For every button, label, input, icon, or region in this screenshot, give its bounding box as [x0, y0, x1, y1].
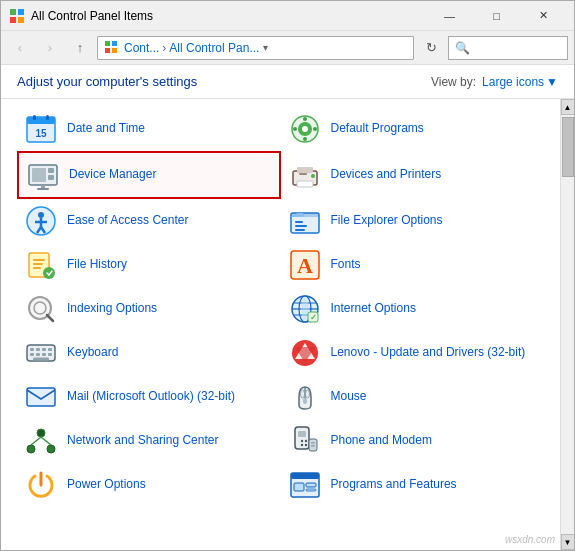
maximize-button[interactable]: □ [474, 1, 519, 31]
mail-label: Mail (Microsoft Outlook) (32-bit) [67, 389, 235, 405]
devices-printers-label: Devices and Printers [331, 167, 442, 183]
list-item[interactable]: Devices and Printers [281, 151, 545, 199]
back-button[interactable]: ‹ [7, 35, 33, 61]
svg-rect-65 [36, 353, 40, 356]
list-item[interactable]: 15 Date and Time [17, 107, 281, 151]
svg-rect-24 [41, 185, 45, 188]
page-title: Adjust your computer's settings [17, 74, 197, 89]
list-item[interactable]: Power Options [17, 463, 281, 507]
svg-rect-45 [33, 267, 41, 269]
scrollbar-up-button[interactable]: ▲ [561, 99, 575, 115]
list-item[interactable]: Ease of Access Center [17, 199, 281, 243]
svg-point-83 [300, 444, 302, 446]
svg-rect-27 [297, 167, 313, 173]
list-item[interactable]: A Fonts [281, 243, 545, 287]
svg-rect-21 [32, 168, 46, 182]
content-area: Adjust your computer's settings View by:… [1, 65, 574, 550]
svg-rect-90 [291, 473, 319, 479]
main-panel: Adjust your computer's settings View by:… [1, 65, 574, 550]
svg-rect-0 [10, 9, 16, 15]
file-history-icon [25, 249, 57, 281]
search-icon: 🔍 [455, 41, 470, 55]
file-explorer-label: File Explorer Options [331, 213, 443, 229]
phone-modem-icon [289, 425, 321, 457]
svg-point-82 [300, 440, 302, 442]
svg-rect-7 [112, 48, 117, 53]
list-item[interactable]: Indexing Options [17, 287, 281, 331]
svg-rect-88 [311, 445, 315, 447]
scrollbar-down-button[interactable]: ▼ [561, 534, 575, 550]
breadcrumb-item-1[interactable]: Cont... [124, 41, 159, 55]
forward-button[interactable]: › [37, 35, 63, 61]
phone-modem-label: Phone and Modem [331, 433, 432, 449]
internet-options-label: Internet Options [331, 301, 416, 317]
svg-rect-44 [33, 263, 43, 265]
programs-features-icon [289, 469, 321, 501]
list-item[interactable]: Lenovo - Update and Drivers (32-bit) [281, 331, 545, 375]
svg-point-18 [293, 127, 297, 131]
svg-point-84 [304, 440, 306, 442]
svg-rect-92 [306, 483, 316, 487]
svg-rect-10 [33, 115, 36, 120]
lenovo-label: Lenovo - Update and Drivers (32-bit) [331, 345, 526, 361]
view-by-arrow-icon: ▼ [546, 75, 558, 89]
svg-rect-30 [299, 173, 307, 175]
svg-point-32 [38, 212, 44, 218]
svg-rect-40 [295, 225, 307, 227]
svg-rect-66 [42, 353, 46, 356]
list-item[interactable]: ✓ Internet Options [281, 287, 545, 331]
svg-line-78 [31, 437, 41, 445]
svg-rect-67 [48, 353, 52, 356]
list-item[interactable]: Programs and Features [281, 463, 545, 507]
up-button[interactable]: ↑ [67, 35, 93, 61]
default-programs-icon [289, 113, 321, 145]
list-item[interactable]: Network and Sharing Center [17, 419, 281, 463]
mail-icon [25, 381, 57, 413]
fonts-label: Fonts [331, 257, 361, 273]
minimize-button[interactable]: — [427, 1, 472, 31]
svg-point-29 [311, 174, 315, 178]
svg-rect-63 [48, 348, 52, 351]
list-item[interactable]: Mail (Microsoft Outlook) (32-bit) [17, 375, 281, 419]
search-bar[interactable]: 🔍 [448, 36, 568, 60]
close-button[interactable]: ✕ [521, 1, 566, 31]
list-item[interactable]: Phone and Modem [281, 419, 545, 463]
icons-area: 15 Date and Time [1, 99, 560, 550]
mouse-label: Mouse [331, 389, 367, 405]
svg-rect-93 [306, 489, 316, 491]
list-item[interactable]: Keyboard [17, 331, 281, 375]
lenovo-icon [289, 337, 321, 369]
svg-rect-2 [10, 17, 16, 23]
ease-access-icon [25, 205, 57, 237]
breadcrumb-item-2[interactable]: All Control Pan... [169, 41, 259, 55]
svg-rect-23 [48, 175, 54, 180]
network-icon [25, 425, 57, 457]
list-item[interactable]: Mouse [281, 375, 545, 419]
breadcrumb-dropdown-icon[interactable]: ▾ [263, 42, 268, 53]
svg-rect-4 [105, 41, 110, 46]
svg-rect-70 [27, 388, 55, 406]
svg-rect-81 [298, 431, 306, 437]
default-programs-label: Default Programs [331, 121, 424, 137]
svg-point-75 [37, 429, 45, 437]
keyboard-label: Keyboard [67, 345, 118, 361]
view-by-value[interactable]: Large icons ▼ [482, 75, 558, 89]
device-manager-icon [27, 159, 59, 191]
list-item[interactable]: Device Manager [17, 151, 281, 199]
list-item[interactable]: File History [17, 243, 281, 287]
window-controls: — □ ✕ [427, 1, 566, 31]
svg-line-51 [47, 315, 53, 321]
svg-rect-60 [30, 348, 34, 351]
scrollbar[interactable]: ▲ ▼ [560, 99, 574, 550]
ease-access-label: Ease of Access Center [67, 213, 188, 229]
list-item[interactable]: File Explorer Options [281, 199, 545, 243]
refresh-button[interactable]: ↻ [418, 35, 444, 61]
svg-point-17 [303, 137, 307, 141]
svg-rect-38 [291, 213, 319, 217]
svg-rect-62 [42, 348, 46, 351]
svg-rect-39 [295, 221, 303, 223]
svg-line-79 [41, 437, 51, 445]
window-icon [9, 8, 25, 24]
scrollbar-thumb[interactable] [562, 117, 574, 177]
list-item[interactable]: Default Programs [281, 107, 545, 151]
